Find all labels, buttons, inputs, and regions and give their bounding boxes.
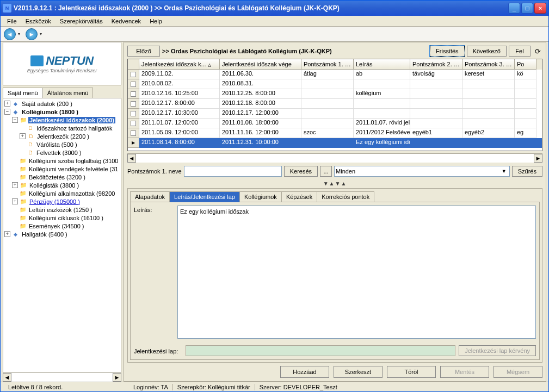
table-row[interactable]: 2010.12.17. 10:30:002010.12.17. 12:00:00 — [128, 109, 542, 119]
table-cell[interactable] — [301, 119, 354, 128]
tree-kollegiumok[interactable]: Kollégiumok (1800 ) — [21, 109, 79, 115]
tree-sajat-adatok[interactable]: Saját adatok (200 ) — [21, 101, 73, 107]
expander-icon[interactable]: + — [12, 198, 18, 204]
expander-icon[interactable]: + — [4, 101, 10, 107]
table-cell[interactable]: 2011.12.31. 10:00:00 — [220, 138, 301, 148]
table-cell[interactable] — [462, 138, 515, 148]
tree-leltari[interactable]: Leltári eszközök (1250 ) — [28, 207, 94, 213]
tree-vendeg[interactable]: Kollégiumi vendégek felvétele (31 — [28, 166, 120, 172]
col-header[interactable]: Po — [515, 59, 536, 70]
data-grid[interactable]: Jelentkezési időszak k... △ Jelentkezési… — [127, 59, 542, 151]
table-cell[interactable]: szoc — [301, 128, 354, 138]
megsem-button[interactable]: Mégsem — [494, 366, 542, 378]
table-cell[interactable] — [515, 99, 536, 109]
tree-view[interactable]: +◆Saját adatok (200 ) −◆Kollégiumok (180… — [3, 98, 121, 373]
kovetkezo-button[interactable]: Következő — [467, 46, 507, 57]
table-row[interactable]: 2011.05.09. 12:00:002011.11.16. 12:00:00… — [128, 128, 542, 138]
tree-ciklus[interactable]: Kollégiumi ciklusok (16100 ) — [28, 215, 104, 221]
tree-szoba[interactable]: Kollégiumi szoba foglaltság (3100 — [28, 158, 120, 164]
expander-icon[interactable]: + — [12, 182, 18, 188]
table-cell[interactable]: 2011.01.08. 18:00:00 — [220, 119, 301, 128]
table-cell[interactable] — [354, 99, 410, 109]
tree-jelentkezok[interactable]: Jelentkezők (2200 ) — [36, 133, 90, 140]
expander-icon[interactable]: − — [12, 117, 18, 123]
col-header[interactable]: Jelentkezési időszak vége — [220, 59, 301, 70]
tree-scroll-left[interactable]: ◄ — [3, 373, 11, 382]
splitter-grip[interactable]: ▼▲▼▲ — [127, 180, 542, 187]
leiras-textarea[interactable]: Ez egy kollégiumi időszak — [177, 206, 536, 339]
tree-jelentkezesi[interactable]: Jelentkezési időszakok (2000) — [28, 117, 115, 123]
table-cell[interactable]: kö — [515, 70, 536, 79]
row-selector[interactable]: ▶ — [128, 138, 139, 148]
tab-korrekcios[interactable]: Korrekciós pontok — [317, 191, 374, 202]
table-cell[interactable]: 2010.08.02. — [139, 79, 220, 89]
hozzaad-button[interactable]: Hozzáad — [280, 366, 329, 378]
tab-kepzesek[interactable]: Képzések — [281, 191, 317, 202]
expander-icon[interactable]: − — [4, 109, 10, 115]
nav-forward-button[interactable]: ► — [26, 28, 38, 40]
fel-button[interactable]: Fel — [509, 46, 531, 57]
tree-tab-altalanos[interactable]: Általános menü — [42, 88, 94, 98]
nav-back-dropdown[interactable]: ▾ — [18, 32, 23, 36]
table-cell[interactable] — [515, 79, 536, 89]
tree-bekoltoztes[interactable]: Beköltöztetés (3200 ) — [28, 174, 87, 181]
expander-icon[interactable]: + — [20, 133, 26, 139]
row-selector[interactable] — [128, 99, 139, 109]
table-cell[interactable]: kereset — [462, 70, 515, 79]
table-row[interactable]: 2010.12.17. 8:00:002010.12.18. 8:00:00 — [128, 99, 542, 109]
table-cell[interactable]: 2010.08.31. — [220, 79, 301, 89]
table-cell[interactable] — [410, 99, 462, 109]
col-header[interactable]: Pontszámok 2. ne... — [410, 59, 462, 70]
table-row[interactable]: ▶2011.08.14. 8:00:002011.12.31. 10:00:00… — [128, 138, 542, 148]
tree-scroll-track[interactable] — [11, 373, 113, 382]
tree-alk[interactable]: Kollégiumi alkalmazottak (98200 — [28, 190, 116, 197]
table-cell[interactable]: Ez egy kollégiumi idő — [354, 138, 410, 148]
table-cell[interactable] — [410, 138, 462, 148]
table-cell[interactable]: 2010.12.18. 8:00:00 — [220, 99, 301, 109]
tree-esemeny[interactable]: Események (34500 ) — [28, 223, 85, 229]
table-cell[interactable] — [462, 79, 515, 89]
nav-back-button[interactable]: ◄ — [4, 28, 16, 40]
table-cell[interactable] — [515, 138, 536, 148]
grid-scroll-right[interactable]: ► — [534, 154, 542, 163]
tab-alapadatok[interactable]: Alapadatok — [130, 191, 170, 202]
table-cell[interactable]: egyéb1 — [410, 128, 462, 138]
table-cell[interactable]: 2010.12.16. 10:25:00 — [139, 89, 220, 99]
table-cell[interactable] — [515, 89, 536, 99]
search-more-button[interactable]: ... — [320, 166, 332, 177]
table-cell[interactable] — [301, 109, 354, 119]
tree-hallgatok[interactable]: Hallgatók (5400 ) — [21, 231, 69, 238]
table-cell[interactable] — [354, 109, 410, 119]
row-selector[interactable] — [128, 89, 139, 99]
table-cell[interactable] — [301, 138, 354, 148]
row-selector[interactable] — [128, 128, 139, 138]
table-cell[interactable] — [462, 109, 515, 119]
table-cell[interactable]: ab — [354, 70, 410, 79]
table-cell[interactable] — [301, 89, 354, 99]
table-cell[interactable]: egyéb2 — [462, 128, 515, 138]
filter-combo[interactable]: Minden ▼ — [334, 166, 510, 177]
table-cell[interactable]: 2009.11.02. — [139, 70, 220, 79]
table-row[interactable]: 2011.01.07. 12:00:002011.01.08. 18:00:00… — [128, 119, 542, 128]
minimize-button[interactable]: _ — [508, 3, 520, 14]
table-cell[interactable]: 2011.01.07. 12:00:00 — [139, 119, 220, 128]
table-cell[interactable]: 2010.12.17. 8:00:00 — [139, 99, 220, 109]
row-selector[interactable] — [128, 79, 139, 89]
row-selector[interactable] — [128, 119, 139, 128]
col-header[interactable]: Jelentkezési időszak k... △ — [139, 59, 220, 70]
table-cell[interactable]: távolság — [410, 70, 462, 79]
table-cell[interactable] — [301, 79, 354, 89]
table-cell[interactable] — [462, 119, 515, 128]
szerkeszt-button[interactable]: Szerkeszt — [334, 366, 383, 378]
elozo-button[interactable]: Előző — [127, 46, 160, 57]
tree-kollegistak[interactable]: Kollégisták (3800 ) — [28, 182, 80, 189]
table-cell[interactable]: átlag — [301, 70, 354, 79]
tree-scroll-right[interactable]: ► — [113, 373, 121, 382]
grid-scroll-left[interactable]: ◄ — [127, 154, 136, 163]
table-cell[interactable]: kollégium — [354, 89, 410, 99]
tree-penzugy[interactable]: Pénzügy (105000 ) — [28, 198, 81, 205]
tree-tab-sajat[interactable]: Saját menü — [3, 88, 43, 98]
tree-idoszakhoz[interactable]: Időszakhoz tartozó hallgatók — [35, 125, 113, 132]
tab-leiras[interactable]: Leírás/Jelentkezési lap — [169, 191, 240, 202]
table-cell[interactable] — [462, 89, 515, 99]
